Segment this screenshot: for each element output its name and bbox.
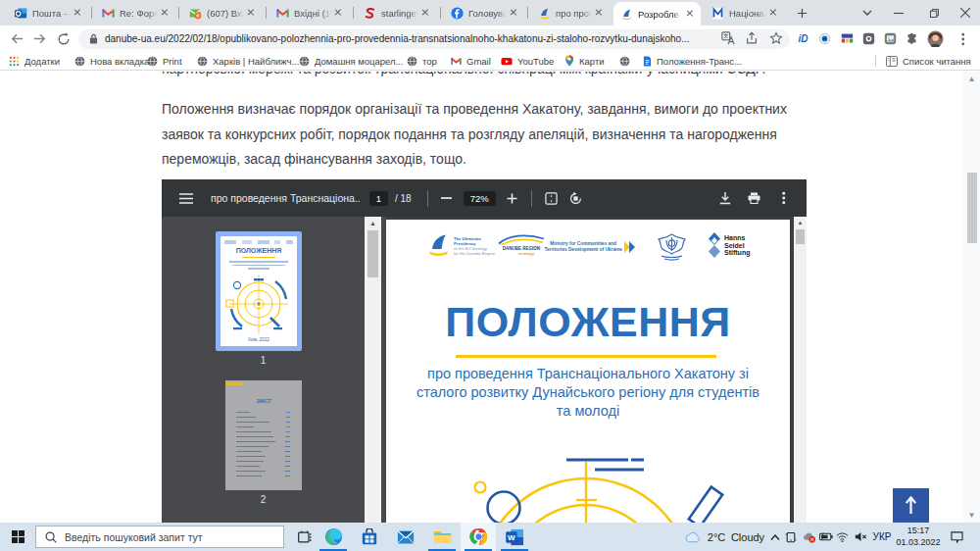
pdf-thumbnail-page-2[interactable]: ЗМІСТ <box>225 380 302 490</box>
weather-icon[interactable] <box>680 523 704 551</box>
taskbar-word-button[interactable]: W <box>497 523 532 551</box>
tab-facebook[interactable]: Головуван <box>444 0 524 25</box>
bookmark-maps[interactable]: Карти <box>564 52 605 70</box>
translate-button[interactable] <box>721 31 735 49</box>
pdf-zoom-in-button[interactable] <box>505 190 520 206</box>
scroll-up-arrow[interactable]: ▲ <box>794 217 807 228</box>
extension-hvid-button[interactable] <box>838 29 857 48</box>
scroll-down-arrow[interactable]: ▼ <box>963 508 980 523</box>
profile-avatar[interactable] <box>926 29 945 48</box>
pdf-toolbar: про проведення Транснаціона... 1 / 18 72… <box>162 179 807 217</box>
tab-close-icon[interactable] <box>767 7 779 19</box>
tab-gmail-2[interactable]: Вхідні (185 <box>270 0 349 25</box>
browser-menu-button[interactable] <box>954 29 972 48</box>
minus-icon <box>441 197 452 199</box>
reading-list-button[interactable]: Список читання <box>875 52 971 70</box>
minimize-button[interactable] <box>882 0 915 25</box>
scroll-up-arrow[interactable]: ▲ <box>365 217 381 229</box>
pdf-zoom-out-button[interactable] <box>439 190 455 206</box>
pdf-print-button[interactable] <box>746 190 761 206</box>
tab-close-icon[interactable] <box>245 7 257 19</box>
maximize-button[interactable] <box>917 0 951 25</box>
tab-gmail-1[interactable]: Re: Форма <box>95 0 175 25</box>
tray-battery-icon[interactable] <box>817 523 834 551</box>
bookmark-label: Gmail <box>466 56 491 67</box>
bookmark-kharkiv[interactable]: Харків | Найближч... <box>197 52 299 70</box>
tray-expand-button[interactable] <box>767 523 782 551</box>
weather-condition[interactable]: Cloudy <box>729 523 766 551</box>
browser-toolbar: danube-ua.eu/2022/02/18/opublikovano-pol… <box>0 25 980 52</box>
pdf-main-scrollbar[interactable]: ▲ <box>794 217 807 523</box>
share-button[interactable] <box>745 31 759 49</box>
tray-wifi-icon[interactable] <box>834 523 850 551</box>
apps-shortcut[interactable]: Додатки <box>9 52 60 70</box>
address-bar[interactable]: danube-ua.eu/2022/02/18/opublikovano-pol… <box>78 29 790 49</box>
pdf-zoom-level[interactable]: 72% <box>464 191 496 206</box>
language-indicator[interactable]: УКР <box>870 523 894 551</box>
scroll-up-arrow[interactable]: ▲ <box>963 72 980 86</box>
taskbar-edge-button[interactable] <box>316 523 351 551</box>
extension-photos-button[interactable] <box>881 29 900 48</box>
bookmark-label: Домашня моцарел... <box>315 56 404 67</box>
scroll-to-top-button[interactable] <box>893 488 929 523</box>
tab-freemail[interactable]: (607) Вхідн <box>182 0 262 25</box>
bookmark-youtube[interactable]: YouTube <box>501 52 554 70</box>
tab-university[interactable]: Національ <box>705 0 784 25</box>
tab-danube-1[interactable]: про прове <box>531 0 610 25</box>
tray-onedrive-icon[interactable] <box>800 523 817 551</box>
start-button[interactable] <box>0 523 35 551</box>
bookmark-print[interactable]: Print <box>147 52 182 70</box>
taskbar-chrome-button[interactable] <box>461 523 496 551</box>
back-button[interactable] <box>8 29 26 48</box>
pdf-more-button[interactable] <box>776 190 792 206</box>
extension-eye-button[interactable] <box>815 29 834 48</box>
tab-close-icon[interactable] <box>684 8 696 20</box>
tray-display-icon[interactable] <box>783 523 799 551</box>
extension-id-button[interactable]: iD <box>794 29 812 48</box>
bookmark-star-button[interactable] <box>769 31 783 49</box>
bookmark-tor[interactable]: тор <box>407 52 437 70</box>
pdf-menu-button[interactable] <box>178 190 194 206</box>
scrollbar-thumb[interactable] <box>967 173 977 243</box>
tab-search-button[interactable] <box>851 0 884 25</box>
taskbar-explorer-button[interactable] <box>424 523 460 551</box>
pdf-sidebar-scrollbar[interactable]: ▲ <box>365 217 381 523</box>
thumbnail-number-2: 2 <box>162 494 365 505</box>
forward-button[interactable] <box>30 29 49 48</box>
pdf-page-input[interactable]: 1 <box>369 191 388 206</box>
pdf-fit-page-button[interactable] <box>544 190 560 206</box>
tab-starlinger[interactable]: starlinger.c <box>357 0 436 25</box>
tab-close-icon[interactable] <box>508 7 519 19</box>
action-center-button[interactable] <box>944 523 969 551</box>
scrollbar-thumb[interactable] <box>796 229 805 244</box>
taskbar-mail-button[interactable] <box>388 523 423 551</box>
scrollbar-thumb[interactable] <box>368 230 378 277</box>
bookmark-new-tab[interactable]: Нова вкладка <box>74 52 149 70</box>
tab-close-icon[interactable] <box>159 7 171 19</box>
browser-scrollbar[interactable]: ▲ ▼ <box>963 72 980 523</box>
taskbar-clock[interactable]: 15:17 01.03.2022 <box>896 526 941 548</box>
new-tab-button[interactable] <box>790 0 813 25</box>
bookmark-mozzarella[interactable]: Домашня моцарел... <box>299 52 404 70</box>
weather-temperature[interactable]: 2°C <box>704 523 729 551</box>
taskbar-search-box[interactable]: Введіть пошуковий запит тут <box>35 526 284 548</box>
extensions-button[interactable] <box>903 29 921 48</box>
pdf-thumbnail-page-1[interactable]: ПОЛОЖЕННЯ <box>216 231 302 351</box>
extension-capture-button[interactable] <box>859 29 878 48</box>
pdf-download-button[interactable] <box>717 190 733 206</box>
tab-danube-active[interactable]: Розробле <box>613 2 701 25</box>
taskbar-store-button[interactable] <box>352 523 387 551</box>
bookmark-globe[interactable] <box>619 52 630 70</box>
tab-close-icon[interactable] <box>332 7 344 19</box>
close-window-button[interactable] <box>949 0 980 25</box>
tab-close-icon[interactable] <box>72 7 83 19</box>
tab-close-icon[interactable] <box>593 7 605 19</box>
bookmark-polozhennia[interactable]: Положення-Транс... <box>643 52 742 70</box>
tab-outlook[interactable]: Пошта – Ч <box>8 0 88 25</box>
bookmark-gmail[interactable]: Gmail <box>451 52 491 70</box>
tab-close-icon[interactable] <box>419 7 431 19</box>
eye-icon <box>818 32 831 45</box>
pdf-rotate-button[interactable] <box>568 190 584 206</box>
tray-volume-icon[interactable] <box>852 523 869 551</box>
reload-button[interactable] <box>54 29 73 48</box>
